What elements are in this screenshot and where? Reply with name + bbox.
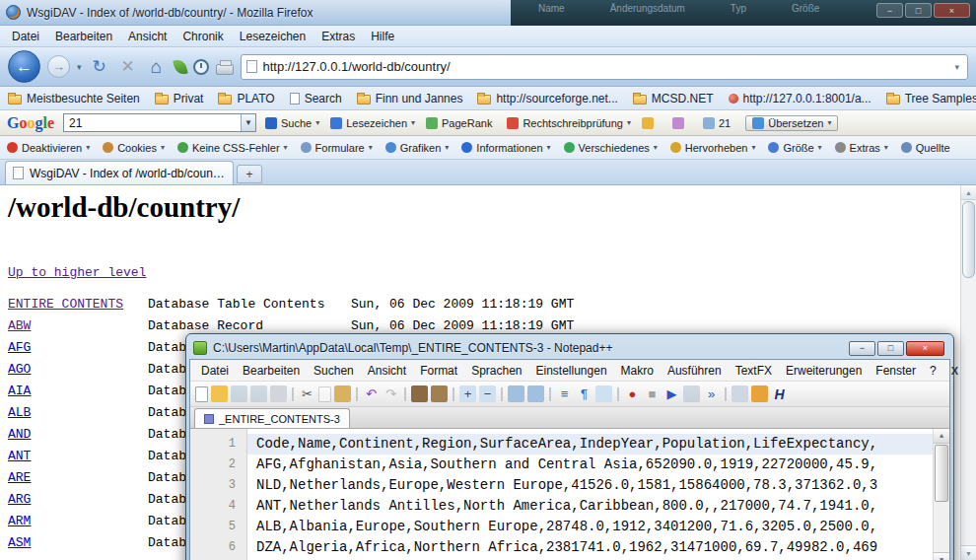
webdev-toolbar-button[interactable]: Cookies ▾ [103, 142, 165, 154]
url-bar[interactable]: http://127.0.0.1/world-db/country/ ▾ [241, 54, 968, 80]
webdev-toolbar-button[interactable]: Deaktivieren ▾ [7, 142, 90, 154]
menu-item[interactable]: Hilfe [363, 28, 402, 45]
bookmark-item[interactable]: Search [290, 92, 342, 105]
menu-item[interactable]: Ansicht [361, 362, 413, 380]
scroll-down-icon[interactable]: ▼ [934, 552, 949, 560]
find-icon[interactable] [411, 385, 428, 402]
word-wrap-icon[interactable]: ≡ [556, 385, 573, 402]
doc-switcher-icon[interactable] [732, 385, 748, 402]
bookmark-item[interactable]: Finn und Jannes [357, 92, 463, 105]
replace-icon[interactable] [431, 385, 448, 402]
undo-icon[interactable]: ↶ [363, 385, 380, 402]
google-toolbar-button[interactable]: Rechtschreibprüfung ▾ [507, 117, 631, 129]
google-toolbar-button[interactable]: Übersetzen ▾ [745, 115, 838, 131]
google-toolbar-button[interactable] [642, 117, 662, 129]
menu-item[interactable]: Datei [194, 362, 236, 380]
toolbar-separator[interactable] [549, 387, 551, 401]
redo-icon[interactable]: ↷ [383, 385, 399, 402]
menu-item[interactable]: Suchen [307, 362, 361, 380]
scrollbar-thumb[interactable] [935, 445, 948, 502]
menu-item[interactable]: Chronik [174, 28, 231, 45]
menu-item[interactable]: Extras [314, 28, 363, 45]
entry-link[interactable]: ENTIRE CONTENTS [8, 294, 148, 315]
webdev-toolbar-button[interactable]: Quellte [901, 142, 954, 154]
entry-link[interactable]: ARE [8, 467, 148, 489]
toolbar-separator[interactable] [356, 387, 358, 401]
webdev-toolbar-button[interactable]: Formulare ▾ [301, 142, 373, 154]
bookmark-item[interactable]: http://127.0.0.1:8001/a... [729, 92, 871, 105]
entry-link[interactable]: ANT [8, 446, 148, 467]
entry-link[interactable]: ABW [8, 315, 148, 337]
webdev-toolbar-button[interactable]: Hervorheben ▾ [670, 142, 756, 154]
webdev-toolbar-button[interactable]: Keine CSS-Fehler ▾ [177, 142, 288, 154]
maximize-button[interactable]: □ [905, 3, 932, 18]
toolbar-separator[interactable] [501, 387, 503, 401]
google-toolbar-button[interactable]: 21 [703, 117, 734, 129]
toolbar-separator[interactable] [617, 387, 619, 401]
minimize-button[interactable]: − [876, 3, 903, 18]
scroll-up-icon[interactable]: ▲ [934, 429, 949, 444]
back-button[interactable]: ← [8, 50, 40, 83]
save-macro-icon[interactable] [683, 385, 700, 402]
menu-item[interactable]: Bearbeiten [236, 362, 307, 380]
text-editor[interactable]: 1 Code,Name,Continent,Region,SurfaceArea… [190, 429, 949, 560]
close-button[interactable]: × [934, 3, 970, 18]
sync-scroll-v-icon[interactable] [508, 385, 524, 402]
menu-item[interactable]: Erweiterungen [779, 362, 869, 380]
scroll-down-icon[interactable]: ▼ [961, 545, 976, 560]
entry-link[interactable]: ALB [8, 402, 148, 424]
menu-item[interactable]: ? [923, 362, 943, 380]
indent-guide-icon[interactable] [595, 385, 612, 402]
tab-wsgidav[interactable]: WsgiDAV - Index of /world-db/count... [5, 161, 234, 184]
google-search-input[interactable]: 21 [64, 116, 241, 130]
run-macro-multiple-icon[interactable]: » [703, 385, 720, 402]
google-toolbar-button[interactable]: Lesezeichen ▾ [330, 117, 415, 129]
bookmark-item[interactable]: PLATO [218, 92, 274, 105]
webdev-toolbar-button[interactable]: Grafiken ▾ [385, 142, 450, 154]
menu-item[interactable]: Ausführen [661, 362, 729, 380]
home-icon[interactable]: ⌂ [146, 56, 168, 78]
zoom-out-icon[interactable]: − [479, 385, 496, 402]
webdev-toolbar-button[interactable]: Verschiedenes ▾ [564, 142, 658, 154]
menu-item[interactable]: Makro [614, 362, 661, 380]
toolbar-separator[interactable] [292, 387, 294, 401]
entry-link[interactable]: ASM [8, 532, 148, 554]
record-macro-icon[interactable]: ● [624, 385, 641, 402]
menubar-close-button[interactable]: X [943, 365, 966, 377]
url-text[interactable]: http://127.0.0.1/world-db/country/ [263, 59, 451, 74]
entry-link[interactable]: ARM [8, 511, 148, 532]
menu-item[interactable]: Bearbeiten [47, 28, 120, 45]
google-toolbar-button[interactable]: Suche ▾ [265, 117, 319, 129]
bookmark-item[interactable]: http://sourceforge.net... [477, 92, 617, 105]
minimize-button[interactable]: − [849, 341, 875, 356]
bookmark-item[interactable]: Privat [155, 92, 204, 105]
menu-item[interactable]: Einstellungen [529, 362, 614, 380]
history-clock-icon[interactable] [193, 59, 209, 75]
google-toolbar-button[interactable]: PageRank [426, 117, 496, 129]
stop-icon[interactable]: ✕ [117, 56, 139, 77]
show-all-chars-icon[interactable]: ¶ [576, 385, 593, 402]
notepadpp-titlebar[interactable]: C:\Users\Martin\AppData\Local\Temp\_ENTI… [189, 337, 950, 359]
google-toolbar-button[interactable] [672, 117, 692, 129]
play-macro-icon[interactable]: ▶ [663, 385, 680, 402]
menu-item[interactable]: Fenster [869, 362, 923, 380]
maximize-button[interactable]: □ [877, 341, 904, 356]
entry-link[interactable]: AND [8, 424, 148, 446]
menu-item[interactable]: Sprachen [464, 362, 528, 380]
entry-link[interactable]: AIA [8, 381, 148, 402]
print-icon[interactable] [270, 385, 287, 402]
addon-leaf-icon[interactable] [173, 57, 188, 75]
reload-icon[interactable]: ↻ [89, 56, 110, 77]
url-dropdown-icon[interactable]: ▾ [951, 62, 962, 72]
forward-button[interactable]: → [47, 55, 70, 78]
save-all-icon[interactable] [250, 385, 267, 402]
html-viewer-icon[interactable]: H [771, 385, 788, 402]
entry-link[interactable]: AGO [8, 359, 148, 381]
up-to-higher-level-link[interactable]: Up to higher level [8, 265, 146, 280]
bookmark-item[interactable]: Tree Samples [886, 92, 976, 105]
entry-link[interactable]: AFG [8, 337, 148, 359]
document-tab[interactable]: _ENTIRE_CONTENTS-3 [194, 408, 350, 428]
entry-link[interactable]: ARG [8, 489, 148, 511]
cut-icon[interactable]: ✂ [299, 385, 315, 402]
toolbar-separator[interactable] [725, 387, 727, 401]
